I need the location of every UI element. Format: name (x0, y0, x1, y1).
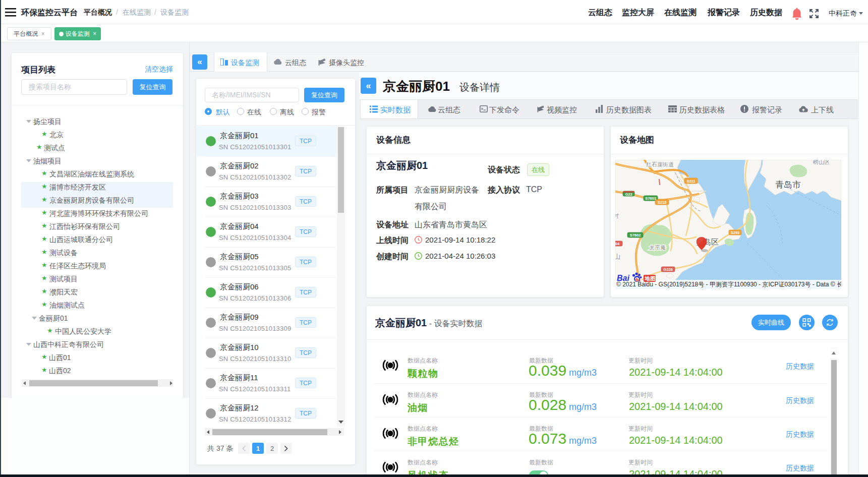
svg-text:崂山区: 崂山区 (813, 160, 830, 165)
svg-text:S7602: S7602 (630, 233, 641, 237)
svg-text:村: 村 (615, 213, 619, 219)
svg-text:红石崖街道: 红石崖街道 (646, 161, 674, 167)
svg-text:S215: S215 (658, 200, 667, 205)
svg-text:地图: 地图 (645, 275, 656, 281)
svg-text:04: 04 (615, 242, 620, 246)
svg-text:G22: G22 (625, 192, 632, 197)
svg-text:du: du (635, 277, 641, 282)
svg-text:S7603: S7603 (645, 196, 656, 201)
svg-text:G228: G228 (663, 267, 672, 272)
svg-text:Bai: Bai (617, 274, 629, 282)
svg-text:S311: S311 (686, 179, 695, 184)
svg-text:太平庵: 太平庵 (649, 245, 666, 251)
svg-text:© 2021 Baidu - GS(2019)5218号 -: © 2021 Baidu - GS(2019)5218号 - 甲测资字11009… (616, 281, 841, 288)
svg-text:山: 山 (615, 253, 620, 260)
svg-text:S293: S293 (731, 230, 740, 235)
